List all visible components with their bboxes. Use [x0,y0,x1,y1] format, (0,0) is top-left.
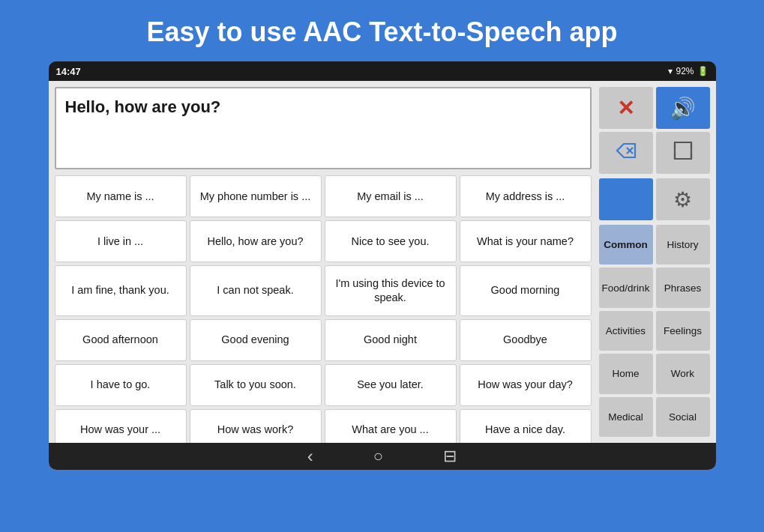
phrase-cell-7[interactable]: What is your name? [460,220,592,262]
backspace-icon [616,142,637,163]
category-button-medical[interactable]: Medical [599,397,653,437]
phrase-cell-12[interactable]: Good afternoon [55,319,187,361]
phrase-cell-21[interactable]: How was work? [190,409,322,443]
delete-icon: ✕ [617,96,634,121]
category-button-feelings[interactable]: Feelings [656,311,710,351]
phrase-cell-23[interactable]: Have a nice day. [460,409,592,443]
category-button-phrases[interactable]: Phrases [656,267,710,307]
category-button-social[interactable]: Social [656,397,710,437]
status-icons: ▾ 92% 🔋 [668,66,708,76]
phrase-cell-20[interactable]: How was your ... [55,409,187,443]
battery-text: 92% [676,66,694,76]
phrase-cell-14[interactable]: Good night [325,319,457,361]
status-time: 14:47 [56,66,81,77]
phrase-cell-16[interactable]: I have to go. [55,364,187,406]
device-frame: 14:47 ▾ 92% 🔋 Hello, how are you? My nam… [49,61,716,470]
phrase-cell-22[interactable]: What are you ... [325,409,457,443]
utility-buttons: + ⚙ [599,178,710,220]
top-action-buttons: ✕ 🔊 [599,87,710,174]
expand-icon [673,141,693,165]
right-panel: ✕ 🔊 [596,81,716,443]
phrase-cell-4[interactable]: I live in ... [55,220,187,262]
phrase-cell-17[interactable]: Talk to you soon. [190,364,322,406]
left-panel: Hello, how are you? My name is ...My pho… [49,81,596,443]
category-button-activities[interactable]: Activities [599,311,653,351]
speaker-icon: 🔊 [670,96,696,121]
plus-icon: + [619,185,634,214]
grid-area: My name is ...My phone number is ...My e… [49,174,596,443]
phrase-cell-8[interactable]: I am fine, thank you. [55,265,187,316]
phrase-cell-10[interactable]: I'm using this device to speak. [325,265,457,316]
wifi-icon: ▾ [668,66,673,76]
phrase-cell-15[interactable]: Goodbye [460,319,592,361]
phrase-cell-3[interactable]: My address is ... [460,175,592,217]
home-nav-button[interactable]: ○ [373,447,383,466]
main-area: Hello, how are you? My name is ...My pho… [49,81,716,443]
svg-rect-2 [675,142,691,159]
phrase-cell-9[interactable]: I can not speak. [190,265,322,316]
expand-button[interactable] [656,132,710,174]
phrase-cell-0[interactable]: My name is ... [55,175,187,217]
delete-button[interactable]: ✕ [599,87,653,129]
phrase-cell-11[interactable]: Good morning [460,265,592,316]
phrase-cell-18[interactable]: See you later. [325,364,457,406]
status-bar: 14:47 ▾ 92% 🔋 [49,61,716,81]
recents-nav-button[interactable]: ⊟ [443,447,457,466]
phrase-cell-2[interactable]: My email is ... [325,175,457,217]
phrase-cell-1[interactable]: My phone number is ... [190,175,322,217]
category-button-common[interactable]: Common [599,225,653,265]
category-button-home[interactable]: Home [599,354,653,393]
settings-button[interactable]: ⚙ [656,178,710,220]
app-content: Hello, how are you? My name is ...My pho… [49,81,716,470]
gear-icon: ⚙ [673,187,692,212]
category-button-food_drink[interactable]: Food/drink [599,267,653,307]
category-grid: CommonHistoryFood/drinkPhrasesActivities… [599,225,710,437]
phrase-cell-13[interactable]: Good evening [190,319,322,361]
backspace-button[interactable] [599,132,653,174]
category-button-history[interactable]: History [656,225,710,265]
page-title: Easy to use AAC Text-to-Speech app [0,0,764,61]
battery-icon: 🔋 [697,66,709,76]
phrase-cell-5[interactable]: Hello, how are you? [190,220,322,262]
phrase-cell-6[interactable]: Nice to see you. [325,220,457,262]
phrase-grid: My name is ...My phone number is ...My e… [55,175,592,443]
back-nav-button[interactable]: ‹ [307,446,313,467]
add-button[interactable]: + [599,178,653,220]
speak-button[interactable]: 🔊 [656,87,710,129]
phrase-cell-19[interactable]: How was your day? [460,364,592,406]
text-input-area[interactable]: Hello, how are you? [55,87,592,169]
category-button-work[interactable]: Work [656,354,710,393]
nav-bar: ‹ ○ ⊟ [49,443,716,470]
